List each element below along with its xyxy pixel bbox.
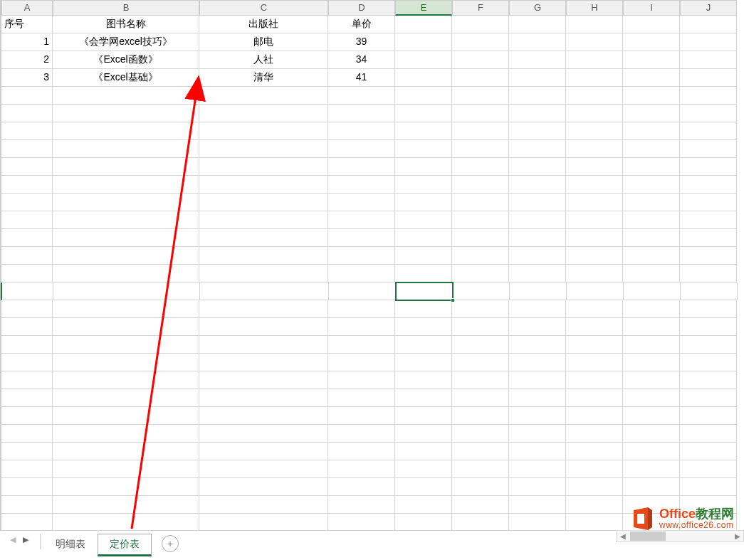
cell[interactable]	[53, 354, 199, 371]
scroll-right-icon[interactable]: ▶	[731, 532, 743, 540]
cell[interactable]	[395, 371, 452, 389]
cell[interactable]	[328, 300, 395, 318]
cell[interactable]	[199, 443, 328, 460]
cell[interactable]	[680, 176, 737, 194]
col-header-A[interactable]: A	[1, 0, 53, 16]
col-header-J[interactable]: J	[680, 0, 737, 16]
cell[interactable]	[452, 229, 509, 247]
cell[interactable]	[395, 407, 452, 425]
cell[interactable]	[452, 194, 509, 211]
cell[interactable]	[328, 87, 395, 105]
cell[interactable]	[566, 140, 623, 158]
cell-C1[interactable]: 出版社	[199, 16, 328, 33]
sheet-tab[interactable]: 明细表	[43, 534, 98, 556]
cell-H1[interactable]	[566, 16, 623, 33]
cell-A2[interactable]: 1	[1, 33, 53, 51]
cell[interactable]	[53, 407, 199, 425]
cell[interactable]	[328, 425, 395, 443]
cell[interactable]	[53, 478, 199, 496]
cell[interactable]	[53, 318, 199, 336]
cell[interactable]	[1, 229, 53, 247]
cell[interactable]	[680, 354, 737, 371]
cell[interactable]	[53, 140, 199, 158]
cell[interactable]	[509, 354, 566, 371]
cell[interactable]	[328, 407, 395, 425]
cell[interactable]	[452, 425, 509, 443]
cell-A4[interactable]: 3	[1, 69, 53, 87]
cell[interactable]	[395, 211, 452, 229]
cell[interactable]	[680, 229, 737, 247]
cell[interactable]	[452, 122, 509, 140]
cell[interactable]	[566, 211, 623, 229]
horizontal-scrollbar[interactable]: ◀ ▶	[616, 530, 744, 542]
cell[interactable]	[509, 425, 566, 443]
cell[interactable]	[509, 300, 566, 318]
cell[interactable]	[53, 460, 199, 478]
cell[interactable]	[452, 478, 509, 496]
col-header-F[interactable]: F	[452, 0, 509, 16]
cell[interactable]	[624, 282, 681, 300]
cell[interactable]	[53, 229, 199, 247]
col-header-D[interactable]: D	[328, 0, 395, 16]
cell[interactable]	[452, 371, 509, 389]
cell[interactable]	[1, 478, 53, 496]
cell[interactable]	[1, 443, 53, 460]
cell[interactable]	[328, 140, 395, 158]
cell[interactable]	[566, 229, 623, 247]
cell[interactable]	[623, 318, 680, 336]
cell[interactable]	[452, 105, 509, 122]
cell[interactable]	[509, 105, 566, 122]
cell[interactable]	[199, 140, 328, 158]
cell[interactable]	[452, 460, 509, 478]
cell[interactable]	[395, 247, 452, 265]
cell[interactable]	[1, 336, 53, 354]
cell-J1[interactable]	[680, 16, 737, 33]
cell[interactable]	[199, 318, 328, 336]
cell-C2[interactable]: 邮电	[199, 33, 328, 51]
cell[interactable]	[623, 105, 680, 122]
cell[interactable]	[1, 176, 53, 194]
cell[interactable]	[509, 229, 566, 247]
cell[interactable]	[396, 282, 453, 300]
cell[interactable]	[452, 336, 509, 354]
cell[interactable]	[509, 460, 566, 478]
cell[interactable]	[328, 336, 395, 354]
cell[interactable]	[53, 265, 199, 282]
cell[interactable]	[199, 496, 328, 514]
cell[interactable]	[328, 460, 395, 478]
cell[interactable]	[452, 140, 509, 158]
cell[interactable]	[509, 371, 566, 389]
cell[interactable]	[509, 318, 566, 336]
cell[interactable]	[199, 229, 328, 247]
cell[interactable]	[395, 87, 452, 105]
cell[interactable]	[395, 425, 452, 443]
cell[interactable]	[1, 318, 53, 336]
cell[interactable]	[200, 282, 329, 300]
cell[interactable]	[623, 336, 680, 354]
cell[interactable]	[199, 407, 328, 425]
cell[interactable]	[623, 87, 680, 105]
cell[interactable]	[53, 176, 199, 194]
cell[interactable]	[328, 247, 395, 265]
tab-nav-prev-icon[interactable]: ◀	[7, 534, 19, 545]
cell[interactable]	[509, 389, 566, 407]
cell[interactable]	[566, 265, 623, 282]
cell[interactable]	[681, 282, 738, 300]
cell[interactable]	[395, 176, 452, 194]
cell[interactable]	[328, 389, 395, 407]
cell[interactable]	[509, 443, 566, 460]
cell[interactable]	[1, 140, 53, 158]
cell[interactable]	[452, 158, 509, 176]
cell[interactable]	[566, 300, 623, 318]
col-header-H[interactable]: H	[566, 0, 623, 16]
cell-C3[interactable]: 人社	[199, 51, 328, 69]
sheet-tab[interactable]: 定价表	[98, 534, 152, 556]
cell[interactable]	[395, 300, 452, 318]
cell[interactable]	[452, 514, 509, 532]
cell[interactable]	[680, 443, 737, 460]
cell[interactable]	[395, 478, 452, 496]
cell[interactable]	[1, 425, 53, 443]
cell[interactable]	[199, 425, 328, 443]
cell[interactable]	[680, 300, 737, 318]
cell[interactable]	[452, 265, 509, 282]
